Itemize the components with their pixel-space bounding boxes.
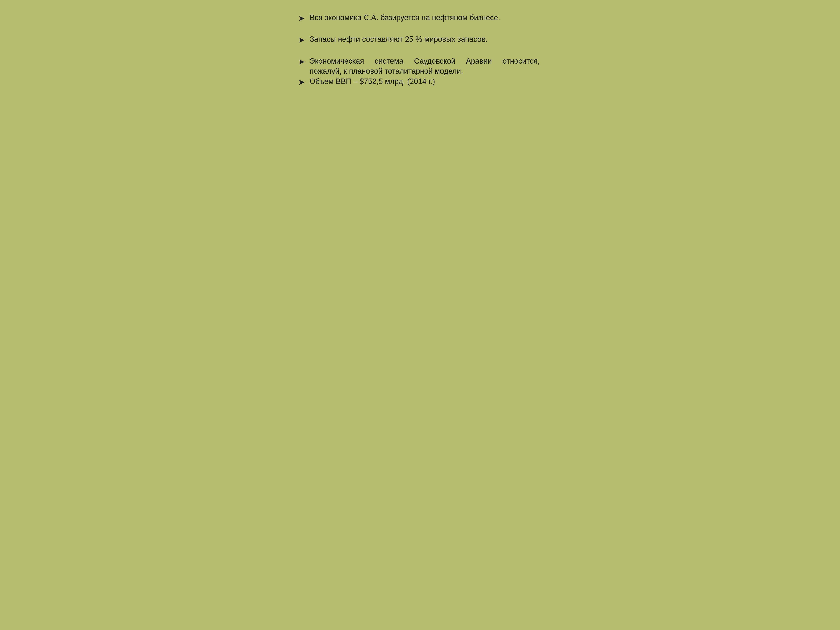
bullet-arrow-icon: ➤	[298, 57, 305, 67]
bullet-arrow-icon: ➤	[298, 35, 305, 45]
bullet-text: Экономическая система Саудовской Аравии …	[309, 56, 540, 76]
bullet-arrow-icon: ➤	[298, 77, 305, 88]
bullet-arrow-icon: ➤	[298, 13, 305, 24]
list-item: ➤ Запасы нефти составляют 25 % мировых з…	[298, 34, 540, 45]
slide: ➤ Вся экономика С.А. базируется на нефтя…	[286, 0, 554, 202]
bullet-text: Вся экономика С.А. базируется на нефтяно…	[309, 13, 540, 23]
bullet-list: ➤ Вся экономика С.А. базируется на нефтя…	[298, 13, 540, 88]
list-item: ➤ Экономическая система Саудовской Арави…	[298, 56, 540, 76]
list-item: ➤ Объем ВВП – $752,5 млрд. (2014 г.)	[298, 76, 540, 88]
bullet-text: Объем ВВП – $752,5 млрд. (2014 г.)	[309, 76, 540, 87]
bullet-text: Запасы нефти составляют 25 % мировых зап…	[309, 34, 540, 44]
list-item: ➤ Вся экономика С.А. базируется на нефтя…	[298, 13, 540, 24]
